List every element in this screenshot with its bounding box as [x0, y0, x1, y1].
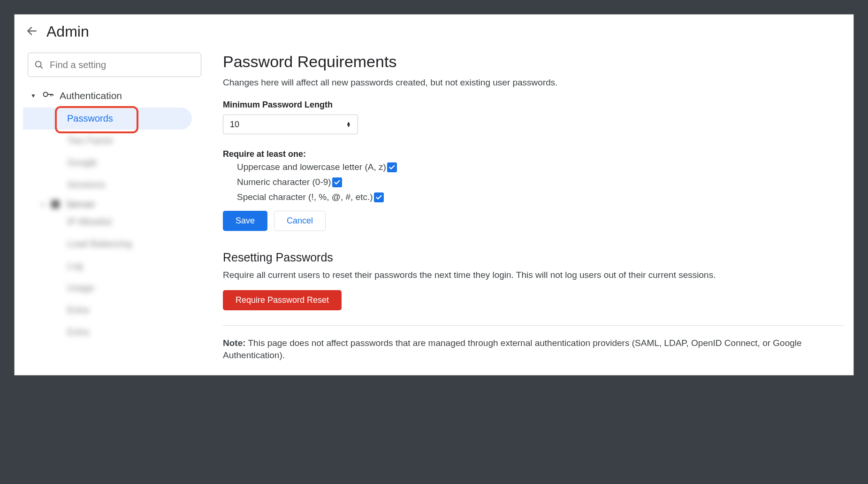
divider [223, 325, 844, 326]
require-password-reset-button[interactable]: Require Password Reset [223, 290, 342, 310]
require-label: Require at least one: [223, 149, 844, 159]
sidebar-section-label: Authentication [60, 90, 122, 101]
sidebar-item-redacted[interactable]: Google [23, 152, 196, 174]
page-header: Admin [15, 15, 853, 40]
page-title: Admin [46, 23, 89, 40]
note-prefix: Note: [223, 338, 246, 348]
min-length-label: Minimum Password Length [223, 100, 844, 110]
search-input[interactable] [50, 60, 195, 70]
check-label: Special character (!, %, @, #, etc.) [237, 192, 373, 202]
reset-heading: Resetting Passwords [223, 251, 844, 264]
save-button[interactable]: Save [223, 211, 267, 231]
check-row-uppercase: Uppercase and lowercase letter (A, z) [223, 162, 844, 172]
select-arrows-icon: ▲▼ [346, 122, 351, 127]
back-arrow-icon[interactable] [26, 25, 38, 39]
sidebar-item-redacted[interactable]: Log [23, 255, 196, 277]
min-length-select[interactable]: 10 ▲▼ [223, 115, 358, 134]
content-subtitle: Changes here will affect all new passwor… [223, 77, 844, 88]
note-body: This page does not affect passwords that… [223, 338, 802, 361]
check-label: Numeric character (0-9) [237, 177, 331, 187]
note-text: Note: This page does not affect password… [223, 337, 844, 362]
main-content: Password Requirements Changes here will … [207, 53, 853, 375]
sidebar-item-redacted[interactable]: Load Balancing [23, 233, 196, 255]
sidebar-item-redacted[interactable]: Extra [23, 321, 196, 343]
sidebar-item-passwords[interactable]: Passwords [23, 108, 192, 130]
sidebar-item-label: Passwords [67, 113, 113, 123]
page-body: ▼ Authentication Passwords Two Factor Go… [15, 40, 853, 375]
svg-line-2 [40, 66, 42, 68]
sidebar-item-redacted[interactable]: Sessions [23, 174, 196, 196]
checkbox-numeric[interactable] [332, 177, 342, 187]
search-icon [34, 60, 44, 70]
content-title: Password Requirements [223, 53, 844, 71]
check-label: Uppercase and lowercase letter (A, z) [237, 162, 386, 172]
checkbox-special[interactable] [374, 192, 384, 202]
check-row-numeric: Numeric character (0-9) [223, 177, 844, 187]
sidebar-item-redacted[interactable]: Two Factor [23, 130, 196, 152]
min-length-value: 10 [230, 120, 239, 130]
checkbox-uppercase[interactable] [387, 162, 397, 172]
sidebar-item-redacted[interactable]: Extra [23, 299, 196, 321]
admin-window: Admin ▼ Authentication Pass [14, 14, 854, 376]
sidebar-section-redacted[interactable]: ▸ Server [23, 199, 196, 210]
sidebar-section-authentication[interactable]: ▼ Authentication [23, 86, 196, 108]
key-icon [42, 88, 54, 103]
sidebar: ▼ Authentication Passwords Two Factor Go… [15, 53, 207, 375]
sidebar-nav[interactable]: ▼ Authentication Passwords Two Factor Go… [23, 86, 198, 375]
sidebar-item-redacted[interactable]: IP Allowlist [23, 211, 196, 233]
sidebar-item-redacted[interactable]: Usage [23, 277, 196, 299]
svg-point-3 [43, 92, 47, 96]
reset-description: Require all current users to reset their… [223, 269, 844, 282]
cancel-button[interactable]: Cancel [274, 211, 326, 231]
check-row-special: Special character (!, %, @, #, etc.) [223, 192, 844, 202]
button-row: Save Cancel [223, 211, 844, 231]
search-box[interactable] [28, 53, 201, 77]
caret-down-icon: ▼ [30, 92, 36, 99]
